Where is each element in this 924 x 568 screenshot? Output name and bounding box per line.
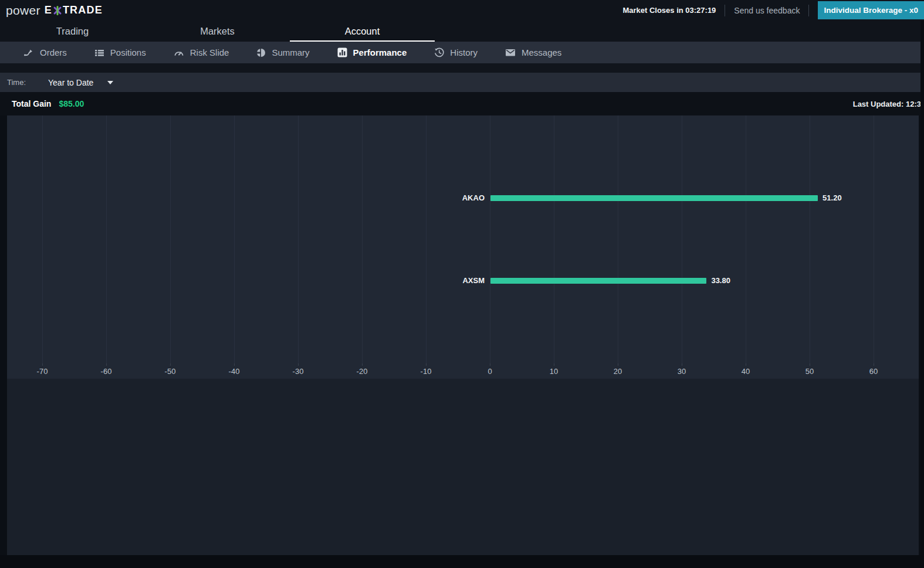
tab-markets[interactable]: Markets — [145, 21, 290, 42]
time-filter-label: Time: — [7, 78, 26, 87]
subtab-label: History — [450, 47, 478, 57]
chart-gridline — [618, 115, 618, 363]
topbar-right-group: Market Closes in 03:27:19 Send us feedba… — [622, 1, 924, 19]
axis-tick-label: 0 — [488, 367, 492, 376]
axis-tick-mark — [426, 363, 427, 366]
bar-category-label: AKAO — [462, 193, 485, 203]
topbar-divider — [725, 5, 725, 16]
subtab-label: Positions — [110, 47, 146, 57]
brand-logo[interactable]: power E TRADE — [6, 4, 103, 18]
envelope-icon — [505, 48, 516, 57]
orders-arrow-icon — [23, 48, 34, 57]
chart-gridline — [426, 115, 427, 363]
axis-tick-mark — [298, 363, 299, 366]
axis-tick-label: -40 — [229, 367, 240, 376]
axis-tick-mark — [874, 363, 874, 366]
send-feedback-link[interactable]: Send us feedback — [734, 6, 800, 15]
subtab-label: Performance — [353, 47, 407, 57]
subtab-orders[interactable]: Orders — [23, 47, 67, 57]
axis-tick-mark — [106, 363, 107, 366]
tab-account[interactable]: Account — [290, 21, 435, 42]
subtab-positions[interactable]: Positions — [94, 47, 146, 57]
logo-brand-trade: TRADE — [63, 4, 103, 16]
axis-tick-mark — [490, 363, 490, 366]
axis-tick-label: 20 — [614, 367, 622, 376]
top-bar: power E TRADE Market Closes in 03:27:19 … — [0, 0, 924, 21]
chart-gridline — [554, 115, 554, 363]
account-sub-nav: Orders Positions Risk Slide — [0, 42, 924, 63]
subtab-label: Risk Slide — [190, 47, 229, 57]
axis-tick-label: -70 — [37, 367, 48, 376]
subtab-risk-slide[interactable]: Risk Slide — [174, 47, 229, 57]
chart-gridline — [106, 115, 107, 363]
axis-tick-label: 50 — [805, 367, 814, 376]
axis-tick-mark — [618, 363, 618, 366]
chart-axis: -70-60-50-40-30-20-100102030405060 — [7, 363, 919, 379]
last-updated-timestamp: Last Updated: 12:3 — [853, 100, 921, 108]
bar-value-label: 33.80 — [711, 276, 730, 285]
account-selector-button[interactable]: Individual Brokerage - x0 — [818, 1, 924, 19]
axis-tick-mark — [170, 363, 171, 366]
right-edge-strip — [920, 21, 924, 568]
logo-brand-text: E TRADE — [45, 4, 103, 16]
bar-value-label: 51.20 — [823, 193, 842, 203]
bar-category-label: AXSM — [462, 276, 485, 285]
axis-tick-mark — [362, 363, 363, 366]
subtab-messages[interactable]: Messages — [505, 47, 561, 57]
axis-tick-label: -30 — [293, 367, 304, 376]
chart-gridline — [874, 115, 874, 363]
market-closes-countdown: Market Closes in 03:27:19 — [622, 6, 716, 15]
subtab-label: Messages — [522, 47, 561, 57]
chevron-down-icon — [107, 81, 113, 84]
chart-gridline — [234, 115, 235, 363]
chart-gridline — [490, 115, 490, 363]
gain-bar[interactable] — [490, 195, 818, 201]
bottom-strip — [0, 555, 924, 568]
axis-tick-mark — [810, 363, 810, 366]
performance-chart: AKAO51.20AXSM33.80 -70-60-50-40-30-20-10… — [7, 115, 919, 379]
axis-tick-label: 10 — [550, 367, 558, 376]
axis-tick-mark — [746, 363, 746, 366]
spacer-strip — [0, 63, 924, 73]
chart-plot-area: AKAO51.20AXSM33.80 — [7, 115, 919, 363]
axis-tick-mark — [234, 363, 235, 366]
gain-bar[interactable] — [490, 278, 706, 284]
chart-lower-panel — [7, 379, 919, 555]
time-range-value: Year to Date — [48, 78, 93, 87]
subtab-label: Summary — [272, 47, 309, 57]
chart-gridline — [810, 115, 810, 363]
list-icon — [94, 48, 104, 57]
etrade-star-icon — [53, 6, 62, 15]
logo-power-text: power — [6, 4, 40, 18]
axis-tick-mark — [682, 363, 682, 366]
time-filter-row: Time: Year to Date — [0, 73, 924, 92]
axis-tick-label: -60 — [101, 367, 112, 376]
axis-tick-mark — [42, 363, 43, 366]
axis-tick-label: 60 — [869, 367, 878, 376]
chart-gridline — [298, 115, 299, 363]
performance-summary-row: Total Gain $85.00 Last Updated: 12:3 — [0, 92, 924, 115]
time-range-dropdown[interactable]: Year to Date — [40, 78, 113, 87]
history-clock-icon — [434, 47, 444, 57]
axis-tick-mark — [554, 363, 554, 366]
chart-gridline — [746, 115, 746, 363]
chart-gridline — [682, 115, 682, 363]
subtab-label: Orders — [40, 47, 67, 57]
axis-tick-label: -50 — [165, 367, 176, 376]
topbar-divider — [808, 5, 809, 16]
total-gain-label: Total Gain — [12, 99, 51, 108]
axis-tick-label: 40 — [742, 367, 750, 376]
subtab-history[interactable]: History — [434, 47, 478, 57]
subtab-summary[interactable]: Summary — [256, 47, 309, 57]
subtab-performance[interactable]: Performance — [337, 47, 407, 57]
main-nav: Trading Markets Account — [0, 21, 924, 42]
bar-chart-icon — [337, 47, 347, 57]
axis-tick-label: -20 — [357, 367, 368, 376]
axis-tick-label: -10 — [421, 367, 432, 376]
total-gain-value: $85.00 — [59, 99, 84, 108]
gauge-icon — [174, 48, 184, 57]
tab-trading[interactable]: Trading — [0, 21, 145, 42]
chart-gridline — [170, 115, 171, 363]
chart-gridline — [42, 115, 43, 363]
pie-chart-icon — [256, 48, 266, 57]
